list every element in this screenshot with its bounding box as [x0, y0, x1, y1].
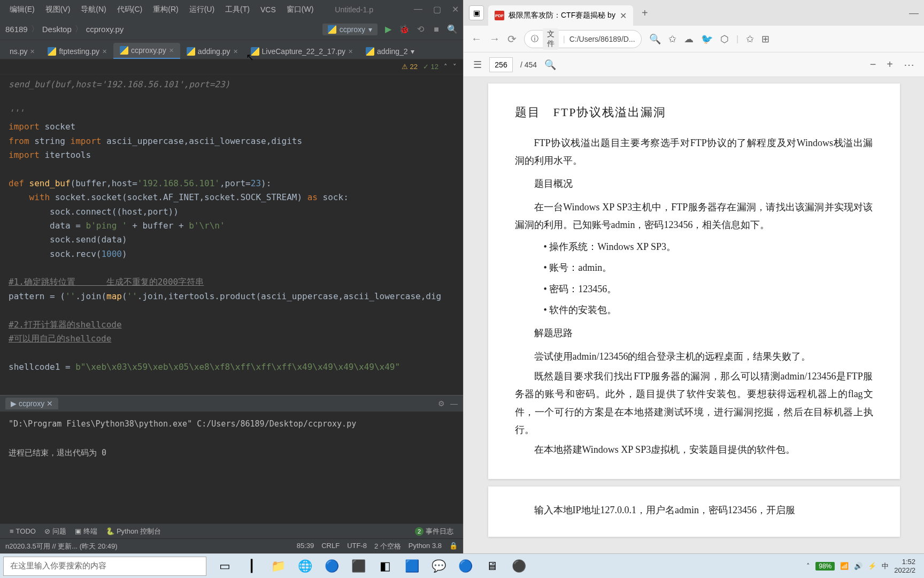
tray-icon[interactable]: 📶	[840, 562, 849, 570]
minimize-icon[interactable]: —	[414, 4, 422, 14]
pycharm-icon[interactable]: ◧	[373, 556, 397, 577]
update-notice[interactable]: n2020.3.5可用 // 更新... (昨天 20:49)	[5, 542, 118, 551]
event-log-button[interactable]: 2 事件日志	[411, 527, 458, 536]
close-icon[interactable]: ✕	[452, 4, 459, 14]
minimize-icon[interactable]: —	[450, 399, 458, 408]
problems-button[interactable]: ⊘ 问题	[40, 527, 71, 536]
app-icon[interactable]: 🖥	[480, 556, 504, 577]
run-tab[interactable]: ▶ ccproxy ✕	[5, 398, 58, 409]
tray-icon[interactable]: 🔊	[854, 562, 863, 570]
browser-tab[interactable]: PDF 极限黑客攻防：CTF赛题揭秘 by ✕	[488, 5, 633, 26]
chevron-down-icon[interactable]: ˅	[453, 63, 457, 71]
warning-count[interactable]: ⚠ 22	[402, 63, 418, 71]
close-icon[interactable]: ✕	[233, 48, 238, 55]
tab-label: ccproxy.py	[131, 46, 166, 55]
coverage-button[interactable]: ⟲	[415, 24, 426, 35]
editor-tab[interactable]: adding_2▾	[359, 44, 421, 59]
pdf-viewport[interactable]: 题目 FTP协议栈溢出漏洞 FTP协议栈溢出题目主要考察选手对FTP协议的了解程…	[464, 77, 924, 553]
refresh-button[interactable]: ⟳	[507, 33, 517, 45]
editor-tab[interactable]: LiveCapture_22_2_17.py✕	[244, 44, 359, 59]
favorites-bar-icon[interactable]: ✩	[746, 33, 754, 45]
close-tab-icon[interactable]: ✕	[620, 11, 627, 21]
tab-actions-icon[interactable]: ▣	[469, 5, 484, 20]
app-icon[interactable]: 🔵	[453, 556, 477, 577]
run-output[interactable]: "D:\Program Files\Python38\python.exe" C…	[0, 412, 463, 523]
zoom-icon[interactable]: 🔍	[649, 33, 661, 45]
page-number-input[interactable]	[489, 57, 513, 72]
taskbar-search[interactable]: 在这里输入你要搜索的内容	[3, 557, 206, 576]
menu-code[interactable]: 代码(C)	[112, 5, 148, 14]
task-view-icon[interactable]: ▭	[213, 556, 236, 577]
contents-icon[interactable]: ☰	[473, 59, 482, 71]
file-explorer-icon[interactable]: 📁	[266, 556, 290, 577]
favorite-button[interactable]: ✩	[668, 33, 676, 45]
edge-icon[interactable]: 🌐	[293, 556, 317, 577]
address-bar[interactable]: ⓘ 文件 | C:/Users/86189/D...	[524, 30, 642, 48]
close-icon[interactable]: ✕	[102, 48, 107, 55]
maximize-icon[interactable]: ▢	[433, 4, 441, 14]
obs-icon[interactable]: ⚫	[507, 556, 530, 577]
editor-tab[interactable]: ftptesting.py✕	[41, 44, 113, 59]
cursor-position[interactable]: 85:39	[297, 542, 314, 551]
cloud-icon[interactable]: ☁	[684, 33, 694, 45]
editor-tab[interactable]: ns.py✕	[3, 44, 41, 59]
menu-edit[interactable]: 编辑(E)	[4, 5, 40, 14]
indent-setting[interactable]: 2 个空格	[374, 542, 401, 551]
search-button[interactable]: 🔍	[447, 24, 458, 35]
battery-indicator[interactable]: 98%	[815, 562, 835, 571]
stop-button[interactable]: ■	[431, 24, 442, 35]
taskbar-clock[interactable]: 1:52 2022/2	[894, 558, 915, 574]
todo-button[interactable]: ≡ TODO	[5, 527, 40, 535]
breadcrumb[interactable]: 86189 〉 Desktop 〉 ccproxy.py	[5, 24, 124, 34]
close-icon[interactable]: ✕	[169, 47, 174, 54]
debug-button[interactable]: 🐞	[399, 24, 410, 35]
menu-window[interactable]: 窗口(W)	[281, 5, 319, 14]
menu-vcs[interactable]: VCS	[255, 5, 281, 14]
extensions-icon[interactable]: ⬡	[720, 33, 729, 45]
close-icon[interactable]: ✕	[30, 48, 35, 55]
lock-icon[interactable]: 🔒	[449, 542, 458, 551]
chevron-up-icon[interactable]: ˄	[444, 63, 448, 71]
collections-icon[interactable]: ⊞	[761, 33, 769, 45]
search-icon[interactable]: 🔍	[544, 59, 556, 71]
breadcrumb-item[interactable]: Desktop	[42, 25, 72, 34]
menu-view[interactable]: 视图(V)	[40, 5, 76, 14]
tray-icon[interactable]: ⚡	[868, 562, 876, 570]
app-icon[interactable]: 🟦	[400, 556, 424, 577]
wechat-icon[interactable]: 💬	[427, 556, 450, 577]
back-button[interactable]: ←	[471, 33, 482, 45]
editor-tab-active[interactable]: ccproxy.py✕	[113, 43, 180, 59]
app-icon[interactable]: ⬛	[346, 556, 370, 577]
zoom-out-button[interactable]: −	[870, 58, 876, 71]
editor-tab[interactable]: adding.py✕	[180, 44, 244, 59]
weak-warning-count[interactable]: ✓ 12	[423, 63, 438, 71]
menu-tools[interactable]: 工具(T)	[220, 5, 255, 14]
code-editor[interactable]: send_buf(buf,host='192.168.56.101',port=…	[0, 74, 463, 395]
interpreter[interactable]: Python 3.8	[409, 542, 442, 551]
menu-refactor[interactable]: 重构(R)	[148, 5, 183, 14]
breadcrumb-item[interactable]: 86189	[5, 25, 28, 34]
chevron-up-icon[interactable]: ˄	[806, 562, 810, 570]
terminal-button[interactable]: ▣ 终端	[71, 527, 102, 536]
menu-run[interactable]: 运行(U)	[184, 5, 220, 14]
new-tab-button[interactable]: +	[637, 7, 652, 19]
breadcrumb-item[interactable]: ccproxy.py	[86, 25, 124, 34]
run-button[interactable]: ▶	[383, 24, 394, 35]
minimize-icon[interactable]: —	[909, 7, 919, 19]
more-icon[interactable]: ⋯	[904, 58, 914, 71]
chevron-down-icon[interactable]: ▾	[411, 47, 414, 56]
menu-navigate[interactable]: 导航(N)	[75, 5, 111, 14]
info-icon[interactable]: ⓘ	[531, 34, 538, 44]
forward-button[interactable]: →	[489, 33, 500, 45]
chrome-icon[interactable]: 🔵	[320, 556, 343, 577]
gear-icon[interactable]: ⚙	[438, 399, 445, 408]
zoom-in-button[interactable]: +	[887, 58, 893, 71]
ime-indicator[interactable]: 中	[882, 561, 889, 571]
tab-label: LiveCapture_22_2_17.py	[262, 47, 345, 56]
close-icon[interactable]: ✕	[348, 48, 353, 55]
run-configuration-dropdown[interactable]: ccproxy ▾	[322, 24, 378, 35]
file-encoding[interactable]: UTF-8	[347, 542, 367, 551]
python-console-button[interactable]: 🐍 Python 控制台	[102, 527, 165, 536]
line-ending[interactable]: CRLF	[321, 542, 340, 551]
bird-icon[interactable]: 🐦	[701, 33, 713, 45]
